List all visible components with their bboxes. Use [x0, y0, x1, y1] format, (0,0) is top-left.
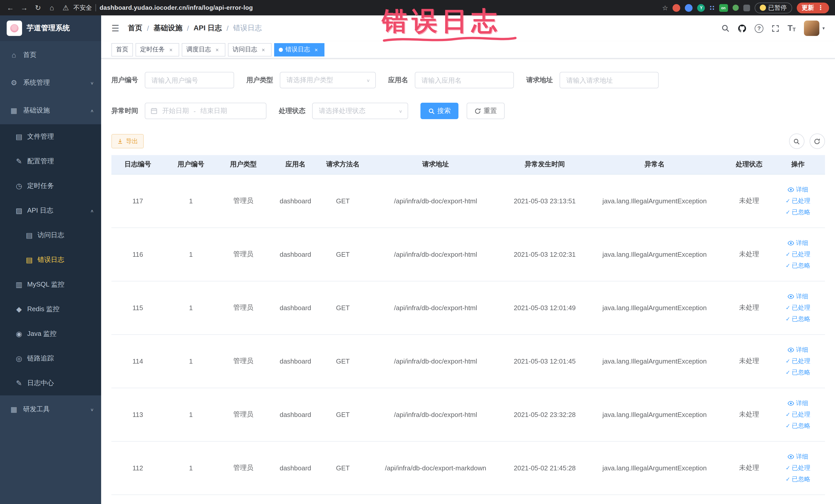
mark-processed-link[interactable]: ✓已处理 [786, 410, 810, 419]
tab-home[interactable]: 首页 [111, 43, 133, 56]
overflow-menu-icon[interactable]: ⋮ [817, 4, 824, 11]
mark-ignored-link[interactable]: ✓已忽略 [786, 421, 810, 430]
breadcrumb-item[interactable]: API 日志 [194, 24, 222, 33]
breadcrumb: 首页 / 基础设施 / API 日志 / 错误日志 [128, 24, 262, 33]
request-url-input[interactable] [559, 72, 659, 88]
sidebar-item-log-center[interactable]: ✎ 日志中心 [0, 371, 101, 396]
search-icon[interactable] [721, 24, 730, 32]
cell-app-name: dashboard [269, 441, 322, 495]
address-bar[interactable]: ⚠ 不安全 dashboard.yudao.iocoder.cn/infra/l… [62, 3, 253, 12]
ignored-label: 已忽略 [792, 475, 810, 483]
tab-access-log[interactable]: 访问日志 × [228, 43, 271, 56]
tab-close-icon[interactable]: × [213, 46, 221, 53]
reload-icon[interactable]: ↻ [34, 4, 42, 11]
detail-link[interactable]: 详细 [788, 452, 808, 461]
breadcrumb-item[interactable]: 基础设施 [154, 24, 182, 33]
detail-link[interactable]: 详细 [788, 292, 808, 301]
toggle-search-button[interactable] [789, 134, 804, 149]
sidebar-item-label: 基础设施 [23, 106, 50, 115]
user-id-input[interactable] [145, 72, 234, 88]
extension-icon-grid[interactable]: ∷ [710, 4, 714, 12]
extension-icon-blue[interactable] [685, 4, 693, 12]
mark-ignored-link[interactable]: ✓已忽略 [786, 368, 810, 377]
sidebar-item-access-log[interactable]: ▤ 访问日志 [0, 223, 101, 247]
breadcrumb-item[interactable]: 首页 [128, 24, 142, 33]
security-label[interactable]: 不安全 [74, 3, 92, 12]
cell-exception-name: java.lang.IllegalArgumentException [582, 388, 727, 441]
tab-close-icon[interactable]: × [313, 46, 320, 53]
sidebar-item-config-mgmt[interactable]: ✎ 配置管理 [0, 149, 101, 174]
mark-ignored-link[interactable]: ✓已忽略 [786, 475, 810, 483]
font-size-large: T [788, 24, 793, 32]
user-menu[interactable]: ▾ [804, 21, 825, 36]
sidebar-item-api-log[interactable]: ▨ API 日志 ∧ [0, 198, 101, 223]
help-icon[interactable]: ? [755, 24, 763, 33]
sidebar-item-home[interactable]: ⌂ 首页 [0, 41, 101, 69]
detail-link[interactable]: 详细 [788, 239, 808, 247]
github-icon[interactable] [738, 24, 747, 33]
sidebar-item-system-mgmt[interactable]: ⚙ 系统管理 ∨ [0, 69, 101, 97]
reset-button[interactable]: 重置 [467, 103, 505, 119]
refresh-table-button[interactable] [809, 134, 825, 149]
select-placeholder: 请选择处理状态 [319, 106, 399, 116]
page-url[interactable]: dashboard.yudao.iocoder.cn/infra/log/api… [100, 4, 253, 11]
mark-ignored-link[interactable]: ✓已忽略 [786, 315, 810, 323]
mark-processed-link[interactable]: ✓已处理 [786, 196, 810, 205]
detail-label: 详细 [796, 345, 808, 354]
user-type-select[interactable]: 请选择用户类型 ∨ [280, 72, 376, 88]
active-tab-dot [279, 47, 283, 52]
extension-icon-leaf[interactable] [732, 5, 738, 11]
detail-link[interactable]: 详细 [788, 185, 808, 194]
extension-icon-red[interactable] [673, 4, 680, 12]
app-name-input[interactable] [415, 72, 514, 88]
tab-close-icon[interactable]: × [260, 46, 267, 53]
paused-badge[interactable]: 已暂停 [754, 2, 792, 13]
mark-processed-link[interactable]: ✓已处理 [786, 463, 810, 472]
extension-icon-on[interactable]: on [719, 4, 728, 12]
detail-link[interactable]: 详细 [788, 399, 808, 407]
browser-home-icon[interactable]: ⌂ [48, 4, 56, 11]
mark-ignored-link[interactable]: ✓已忽略 [786, 208, 810, 217]
fullscreen-icon[interactable] [772, 24, 779, 32]
mark-processed-link[interactable]: ✓已处理 [786, 250, 810, 259]
detail-link[interactable]: 详细 [788, 345, 808, 354]
cell-status: 未处理 [727, 227, 771, 281]
column-header: 请求地址 [364, 155, 507, 174]
forward-icon[interactable]: → [20, 4, 28, 11]
sidebar-item-tracing[interactable]: ◎ 链路追踪 [0, 346, 101, 371]
update-button[interactable]: 更新 ⋮ [796, 2, 829, 13]
sidebar-toggle-icon[interactable]: ☰ [111, 23, 119, 34]
tab-schedule-log[interactable]: 调度日志 × [182, 43, 225, 56]
extensions-puzzle-icon[interactable] [743, 4, 750, 11]
sidebar-item-infrastructure[interactable]: ▦ 基础设施 ∧ [0, 97, 101, 124]
sidebar-item-dev-tools[interactable]: ▦ 研发工具 ∨ [0, 396, 101, 423]
tab-cron-job[interactable]: 定时任务 × [136, 43, 179, 56]
sidebar-item-file-mgmt[interactable]: ▤ 文件管理 [0, 124, 101, 149]
cell-request-url: /api/infra/db-doc/export-html [364, 281, 507, 334]
tab-error-log[interactable]: 错误日志 × [274, 43, 324, 56]
sidebar-item-java-monitor[interactable]: ◉ Java 监控 [0, 321, 101, 346]
font-size-icon[interactable]: TT [788, 24, 796, 32]
sidebar-item-error-log[interactable]: ▤ 错误日志 [0, 247, 101, 272]
sidebar-item-mysql-monitor[interactable]: ▥ MySQL 监控 [0, 272, 101, 297]
extension-icon-y[interactable]: Y [697, 4, 705, 12]
cell-exception-name: java.lang.IllegalArgumentException [582, 281, 727, 334]
mark-processed-link[interactable]: ✓已处理 [786, 303, 810, 312]
mark-processed-link[interactable]: ✓已处理 [786, 357, 810, 365]
sidebar-item-cron-job[interactable]: ◷ 定时任务 [0, 174, 101, 198]
sidebar: 芋道管理系统 ⌂ 首页 ⚙ 系统管理 ∨ ▦ 基础设施 ∧ [0, 15, 101, 504]
process-status-select[interactable]: 请选择处理状态 ∨ [312, 103, 408, 119]
mark-ignored-link[interactable]: ✓已忽略 [786, 261, 810, 270]
back-icon[interactable]: ← [6, 4, 14, 11]
exception-time-range-picker[interactable]: 开始日期 - 结束日期 [145, 103, 266, 119]
tab-close-icon[interactable]: × [167, 46, 175, 53]
user-id-label: 用户编号 [111, 76, 138, 85]
sidebar-item-redis-monitor[interactable]: ◆ Redis 监控 [0, 297, 101, 321]
export-button[interactable]: 导出 [111, 134, 144, 148]
toolbar-right [789, 134, 825, 149]
breadcrumb-separator: / [147, 24, 149, 32]
font-size-small: T [793, 27, 796, 32]
bookmark-star-icon[interactable]: ☆ [662, 4, 668, 12]
avatar[interactable] [804, 21, 819, 36]
search-button[interactable]: 搜索 [421, 103, 459, 119]
